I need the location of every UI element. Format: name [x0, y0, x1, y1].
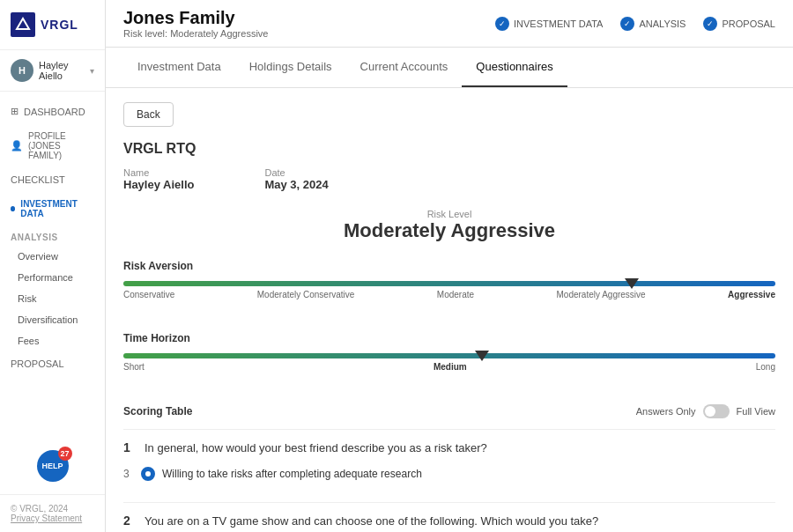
divider-2 [123, 502, 775, 503]
scoring-controls: Answers Only Full View [636, 404, 775, 418]
back-button[interactable]: Back [123, 102, 174, 127]
help-button[interactable]: HELP 27 [37, 450, 69, 482]
logo: VRGL [0, 0, 105, 50]
risk-aversion-thumb [625, 278, 639, 289]
profile-icon: 👤 [11, 140, 23, 151]
tab-bar: Investment Data Holdings Details Current… [106, 48, 793, 88]
rtq-meta: Name Hayley Aiello Date May 3, 2024 [123, 167, 775, 191]
risk-aversion-bar [123, 281, 775, 286]
analysis-section-label: ANALYSIS [0, 225, 105, 246]
help-badge: 27 [58, 447, 72, 461]
step-investment-data: ✓ INVESTMENT DATA [495, 17, 603, 31]
header-title-section: Jones Family Risk level: Moderately Aggr… [123, 8, 268, 39]
tab-current-accounts[interactable]: Current Accounts [346, 48, 463, 87]
user-name: Hayley Aiello [39, 60, 85, 81]
sidebar-item-checklist[interactable]: CHECKLIST [0, 167, 105, 192]
time-horizon-section: Time Horizon Short Medium Long [123, 332, 775, 388]
chevron-down-icon: ▾ [90, 66, 94, 76]
sidebar-item-proposal[interactable]: PROPOSAL [0, 351, 105, 376]
step-check-2: ✓ [620, 17, 634, 31]
sidebar-item-investment-data[interactable]: INVESTMENT DATA [0, 192, 105, 225]
svg-marker-0 [17, 18, 29, 29]
radio-inner [145, 471, 151, 477]
main-content: Jones Family Risk level: Moderately Aggr… [106, 0, 793, 532]
steps-bar: ✓ INVESTMENT DATA ✓ ANALYSIS ✓ PROPOSAL [495, 17, 775, 31]
step-analysis: ✓ ANALYSIS [620, 17, 686, 31]
sidebar-nav: ⊞ DASHBOARD 👤 PROFILE (JONES FAMILY) CHE… [0, 92, 105, 438]
scoring-table-header: Scoring Table Answers Only Full View [123, 404, 775, 418]
risk-level-display: Risk Level Moderately Aggressive [123, 209, 775, 242]
step-proposal: ✓ PROPOSAL [703, 17, 775, 31]
sidebar-item-diversification[interactable]: Diversification [0, 309, 105, 330]
sidebar: VRGL H Hayley Aiello ▾ ⊞ DASHBOARD 👤 PRO… [0, 0, 106, 532]
content-area: Back VRGL RTQ Name Hayley Aiello Date Ma… [106, 88, 793, 532]
step-check-3: ✓ [703, 17, 717, 31]
active-dot [11, 206, 15, 211]
sidebar-item-risk[interactable]: Risk [0, 288, 105, 309]
question-1-answer-1: 3 Willing to take risks after completing… [123, 463, 775, 484]
radio-selected[interactable] [141, 467, 155, 481]
tab-holdings-details[interactable]: Holdings Details [235, 48, 346, 87]
sidebar-item-dashboard[interactable]: ⊞ DASHBOARD [0, 99, 105, 124]
scoring-title: Scoring Table [123, 405, 192, 417]
avatar: H [11, 59, 33, 82]
rtq-name: Name Hayley Aiello [123, 167, 194, 191]
rtq-date: Date May 3, 2024 [264, 167, 328, 191]
risk-aversion-labels: Conservative Moderately Conservative Mod… [123, 290, 775, 299]
tab-questionnaires[interactable]: Questionnaires [462, 48, 567, 87]
risk-aversion-section: Risk Aversion Conservative Moderately Co… [123, 260, 775, 316]
step-check-1: ✓ [495, 17, 509, 31]
time-horizon-thumb [475, 351, 489, 361]
tab-investment-data[interactable]: Investment Data [123, 48, 235, 87]
divider-1 [123, 429, 775, 430]
dashboard-icon: ⊞ [11, 106, 19, 117]
toggle-knob [705, 406, 715, 417]
sidebar-footer: © VRGL, 2024 Privacy Statement [0, 494, 105, 532]
page-title: Jones Family [123, 8, 268, 28]
sidebar-item-overview[interactable]: Overview [0, 246, 105, 267]
time-horizon-bar [123, 353, 775, 358]
answers-only-toggle[interactable] [703, 404, 730, 418]
sidebar-item-fees[interactable]: Fees [0, 330, 105, 351]
risk-aversion-track: Conservative Moderately Conservative Mod… [123, 281, 775, 316]
logo-text: VRGL [41, 18, 78, 32]
time-horizon-track: Short Medium Long [123, 353, 775, 388]
question-1-row: 1 In general, how would your best friend… [123, 440, 775, 456]
sidebar-item-profile[interactable]: 👤 PROFILE (JONES FAMILY) [0, 124, 105, 167]
rtq-title: VRGL RTQ [123, 141, 775, 157]
question-2-row: 2 You are on a TV game show and can choo… [123, 514, 775, 529]
logo-icon [11, 12, 35, 37]
top-header: Jones Family Risk level: Moderately Aggr… [106, 0, 793, 48]
time-horizon-labels: Short Medium Long [123, 362, 775, 372]
question-2: 2 You are on a TV game show and can choo… [123, 514, 775, 532]
user-menu[interactable]: H Hayley Aiello ▾ [0, 50, 105, 92]
sidebar-item-performance[interactable]: Performance [0, 267, 105, 288]
question-1: 1 In general, how would your best friend… [123, 440, 775, 484]
risk-level-subtitle: Risk level: Moderately Aggressive [123, 28, 268, 39]
